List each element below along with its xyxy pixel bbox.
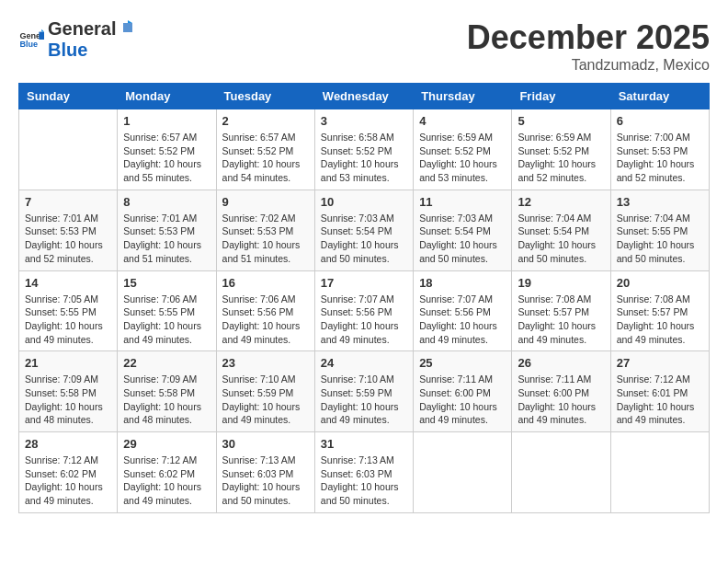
- calendar-cell: 19Sunrise: 7:08 AM Sunset: 5:57 PM Dayli…: [512, 270, 610, 351]
- title-area: December 2025 Tandzumadz, Mexico: [467, 18, 710, 74]
- calendar-cell: 11Sunrise: 7:03 AM Sunset: 5:54 PM Dayli…: [414, 190, 512, 270]
- calendar-cell: 14Sunrise: 7:05 AM Sunset: 5:55 PM Dayli…: [19, 270, 118, 351]
- day-number: 4: [419, 114, 506, 128]
- calendar-cell: 31Sunrise: 7:13 AM Sunset: 6:03 PM Dayli…: [314, 432, 413, 513]
- day-info: Sunrise: 7:08 AM Sunset: 5:57 PM Dayligh…: [518, 293, 604, 347]
- calendar-cell: 28Sunrise: 7:12 AM Sunset: 6:02 PM Dayli…: [19, 432, 118, 513]
- calendar-table: SundayMondayTuesdayWednesdayThursdayFrid…: [18, 83, 710, 513]
- calendar-cell: [610, 432, 709, 513]
- calendar-week-row: 14Sunrise: 7:05 AM Sunset: 5:55 PM Dayli…: [19, 270, 710, 351]
- calendar-cell: 15Sunrise: 7:06 AM Sunset: 5:55 PM Dayli…: [118, 270, 216, 351]
- day-number: 14: [25, 276, 111, 290]
- day-info: Sunrise: 7:03 AM Sunset: 5:54 PM Dayligh…: [419, 212, 506, 266]
- weekday-header-friday: Friday: [512, 84, 610, 109]
- day-number: 22: [123, 356, 210, 370]
- day-number: 6: [617, 114, 703, 128]
- day-number: 21: [25, 356, 111, 370]
- day-number: 8: [123, 195, 210, 209]
- calendar-cell: 21Sunrise: 7:09 AM Sunset: 5:58 PM Dayli…: [19, 351, 118, 432]
- day-number: 13: [617, 195, 703, 209]
- day-info: Sunrise: 7:11 AM Sunset: 6:00 PM Dayligh…: [518, 373, 604, 427]
- day-number: 17: [321, 276, 407, 290]
- calendar-cell: 26Sunrise: 7:11 AM Sunset: 6:00 PM Dayli…: [512, 351, 610, 432]
- day-info: Sunrise: 7:02 AM Sunset: 5:53 PM Dayligh…: [222, 212, 309, 266]
- day-number: 30: [222, 437, 309, 451]
- calendar-cell: 2Sunrise: 6:57 AM Sunset: 5:52 PM Daylig…: [216, 109, 314, 190]
- weekday-header-monday: Monday: [118, 84, 216, 109]
- calendar-week-row: 28Sunrise: 7:12 AM Sunset: 6:02 PM Dayli…: [19, 432, 710, 513]
- day-info: Sunrise: 7:13 AM Sunset: 6:03 PM Dayligh…: [222, 454, 309, 508]
- day-info: Sunrise: 7:05 AM Sunset: 5:55 PM Dayligh…: [25, 293, 111, 347]
- day-info: Sunrise: 7:03 AM Sunset: 5:54 PM Dayligh…: [321, 212, 407, 266]
- svg-marker-5: [128, 20, 132, 23]
- calendar-cell: 25Sunrise: 7:11 AM Sunset: 6:00 PM Dayli…: [414, 351, 512, 432]
- calendar-cell: 17Sunrise: 7:07 AM Sunset: 5:56 PM Dayli…: [314, 270, 413, 351]
- svg-text:Blue: Blue: [19, 40, 38, 49]
- logo: General Blue General Blue: [18, 18, 136, 61]
- day-number: 2: [222, 114, 309, 128]
- location-title: Tandzumadz, Mexico: [467, 57, 710, 74]
- day-number: 25: [419, 356, 506, 370]
- day-number: 24: [321, 356, 407, 370]
- calendar-cell: 27Sunrise: 7:12 AM Sunset: 6:01 PM Dayli…: [610, 351, 709, 432]
- calendar-cell: 22Sunrise: 7:09 AM Sunset: 5:58 PM Dayli…: [118, 351, 216, 432]
- calendar-cell: 12Sunrise: 7:04 AM Sunset: 5:54 PM Dayli…: [512, 190, 610, 270]
- day-info: Sunrise: 7:07 AM Sunset: 5:56 PM Dayligh…: [419, 293, 506, 347]
- calendar-week-row: 7Sunrise: 7:01 AM Sunset: 5:53 PM Daylig…: [19, 190, 710, 270]
- day-number: 29: [123, 437, 210, 451]
- calendar-cell: 20Sunrise: 7:08 AM Sunset: 5:57 PM Dayli…: [610, 270, 709, 351]
- day-info: Sunrise: 7:00 AM Sunset: 5:53 PM Dayligh…: [617, 131, 703, 185]
- logo-blue: Blue: [48, 40, 87, 60]
- day-info: Sunrise: 7:12 AM Sunset: 6:01 PM Dayligh…: [617, 373, 703, 427]
- weekday-header-thursday: Thursday: [414, 84, 512, 109]
- day-info: Sunrise: 7:01 AM Sunset: 5:53 PM Dayligh…: [123, 212, 210, 266]
- calendar-cell: 3Sunrise: 6:58 AM Sunset: 5:52 PM Daylig…: [314, 109, 413, 190]
- day-number: 20: [617, 276, 703, 290]
- day-info: Sunrise: 7:11 AM Sunset: 6:00 PM Dayligh…: [419, 373, 506, 427]
- calendar-cell: [512, 432, 610, 513]
- svg-marker-4: [123, 23, 132, 32]
- weekday-header-saturday: Saturday: [610, 84, 709, 109]
- day-number: 18: [419, 276, 506, 290]
- weekday-header-tuesday: Tuesday: [216, 84, 314, 109]
- calendar-cell: 13Sunrise: 7:04 AM Sunset: 5:55 PM Dayli…: [610, 190, 709, 270]
- day-info: Sunrise: 7:09 AM Sunset: 5:58 PM Dayligh…: [25, 373, 111, 427]
- day-info: Sunrise: 7:10 AM Sunset: 5:59 PM Dayligh…: [222, 373, 309, 427]
- day-info: Sunrise: 6:59 AM Sunset: 5:52 PM Dayligh…: [518, 131, 604, 185]
- calendar-cell: 18Sunrise: 7:07 AM Sunset: 5:56 PM Dayli…: [414, 270, 512, 351]
- calendar-cell: 10Sunrise: 7:03 AM Sunset: 5:54 PM Dayli…: [314, 190, 413, 270]
- day-number: 28: [25, 437, 111, 451]
- weekday-header-wednesday: Wednesday: [314, 84, 413, 109]
- calendar-cell: [19, 109, 118, 190]
- day-info: Sunrise: 7:10 AM Sunset: 5:59 PM Dayligh…: [321, 373, 407, 427]
- logo-general: General: [48, 18, 116, 40]
- calendar-cell: 1Sunrise: 6:57 AM Sunset: 5:52 PM Daylig…: [118, 109, 216, 190]
- day-number: 31: [321, 437, 407, 451]
- day-info: Sunrise: 7:08 AM Sunset: 5:57 PM Dayligh…: [617, 293, 703, 347]
- day-number: 11: [419, 195, 506, 209]
- calendar-cell: 16Sunrise: 7:06 AM Sunset: 5:56 PM Dayli…: [216, 270, 314, 351]
- day-number: 5: [518, 114, 604, 128]
- logo-wordmark: General Blue: [48, 18, 136, 61]
- calendar-cell: 29Sunrise: 7:12 AM Sunset: 6:02 PM Dayli…: [118, 432, 216, 513]
- calendar-cell: 23Sunrise: 7:10 AM Sunset: 5:59 PM Dayli…: [216, 351, 314, 432]
- page-header: General Blue General Blue December 2025 …: [18, 18, 710, 74]
- day-info: Sunrise: 6:57 AM Sunset: 5:52 PM Dayligh…: [222, 131, 309, 185]
- day-info: Sunrise: 7:09 AM Sunset: 5:58 PM Dayligh…: [123, 373, 210, 427]
- logo-icon: General Blue: [18, 27, 44, 52]
- day-number: 19: [518, 276, 604, 290]
- day-info: Sunrise: 6:58 AM Sunset: 5:52 PM Dayligh…: [321, 131, 407, 185]
- day-number: 7: [25, 195, 111, 209]
- calendar-week-row: 21Sunrise: 7:09 AM Sunset: 5:58 PM Dayli…: [19, 351, 710, 432]
- day-info: Sunrise: 6:57 AM Sunset: 5:52 PM Dayligh…: [123, 131, 210, 185]
- month-title: December 2025: [467, 18, 710, 57]
- day-info: Sunrise: 7:06 AM Sunset: 5:56 PM Dayligh…: [222, 293, 309, 347]
- day-number: 9: [222, 195, 309, 209]
- day-info: Sunrise: 6:59 AM Sunset: 5:52 PM Dayligh…: [419, 131, 506, 185]
- calendar-cell: 24Sunrise: 7:10 AM Sunset: 5:59 PM Dayli…: [314, 351, 413, 432]
- day-info: Sunrise: 7:04 AM Sunset: 5:55 PM Dayligh…: [617, 212, 703, 266]
- day-number: 16: [222, 276, 309, 290]
- weekday-header-sunday: Sunday: [19, 84, 118, 109]
- day-number: 15: [123, 276, 210, 290]
- day-info: Sunrise: 7:07 AM Sunset: 5:56 PM Dayligh…: [321, 293, 407, 347]
